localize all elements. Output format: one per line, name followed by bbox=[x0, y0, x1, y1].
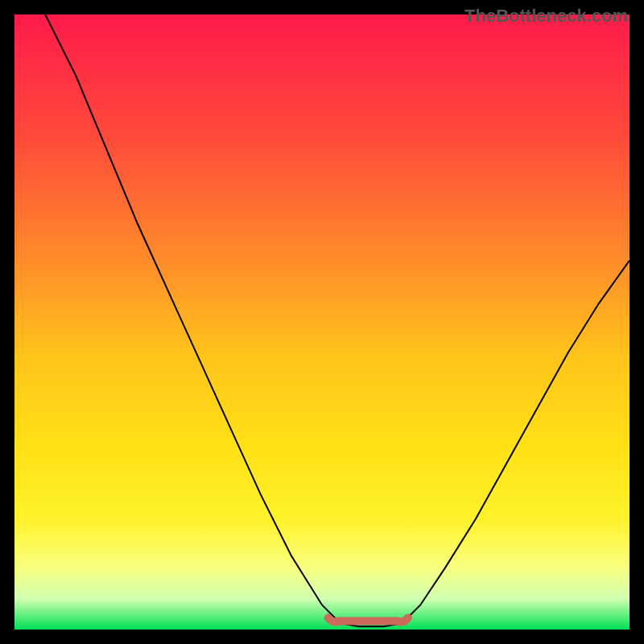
optimal-range-marker bbox=[328, 618, 408, 622]
plot-area bbox=[14, 14, 630, 630]
gradient-background bbox=[14, 14, 630, 630]
watermark-text: TheBottleneck.com bbox=[464, 6, 628, 27]
chart-svg bbox=[14, 14, 630, 630]
